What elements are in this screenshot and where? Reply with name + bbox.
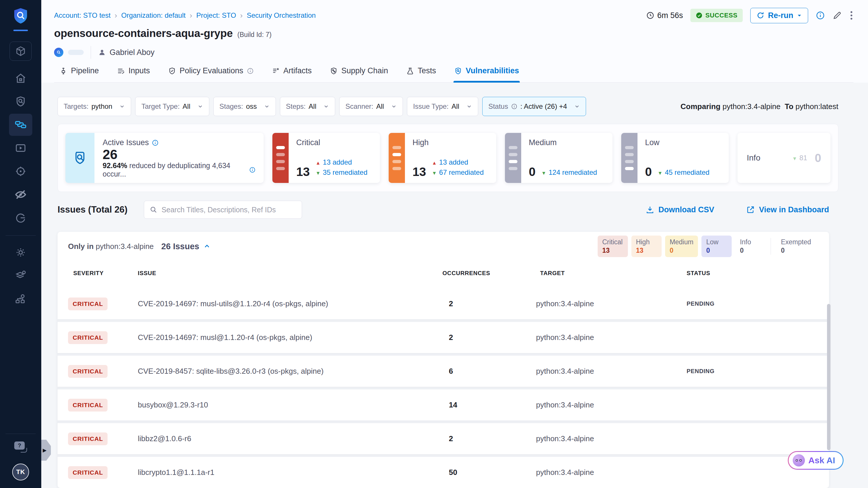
chevron-down-icon xyxy=(197,103,203,109)
table-row[interactable]: CRITICAL CVE-2019-14697: musl@1.1.20-r4 … xyxy=(58,322,829,353)
triangle-down-icon: ▼ xyxy=(792,156,797,161)
target: python:3.4-alpine xyxy=(536,333,681,342)
chip-critical[interactable]: Critical13 xyxy=(598,236,628,257)
build-tabs: Pipeline Inputs Policy Evaluations xyxy=(54,66,854,83)
issues-group-row: Only in python:3.4-alpine 26 Issues Crit… xyxy=(58,232,829,258)
tab-supply-chain[interactable]: Supply Chain xyxy=(329,66,389,82)
status: PENDING xyxy=(681,368,818,374)
ask-ai-button[interactable]: Ask AI xyxy=(788,451,844,470)
issues-search[interactable] xyxy=(144,201,302,219)
breadcrumb-separator: › xyxy=(189,11,192,20)
edit-pipeline-button[interactable] xyxy=(833,11,842,20)
breadcrumb-module[interactable]: Security Orchestration xyxy=(247,11,316,20)
table-row[interactable]: CRITICAL CVE-2019-14697: musl-utils@1.1.… xyxy=(58,288,829,319)
org-gear-icon xyxy=(14,293,27,305)
vulnerabilities-content: Targets:python Target Type:All Stages:os… xyxy=(41,83,868,488)
filter-target-type[interactable]: Target Type:All xyxy=(135,97,209,116)
filter-issue-type[interactable]: Issue Type:All xyxy=(407,97,478,116)
chip-exempted[interactable]: Exempted0 xyxy=(776,236,816,257)
nav-executions[interactable] xyxy=(9,137,32,159)
issue-title: libcrypto1.1@1.1.1a-r1 xyxy=(138,468,440,477)
table-row[interactable]: CRITICAL libcrypto1.1@1.1.1a-r1 50 pytho… xyxy=(58,457,829,488)
view-in-dashboard-button[interactable]: View in Dashboard xyxy=(746,205,829,214)
issues-table-body: CRITICAL CVE-2019-14697: musl-utils@1.1.… xyxy=(58,288,829,488)
build-info-button[interactable] xyxy=(816,11,825,20)
left-nav-sidebar: ? TK xyxy=(0,0,41,488)
triangle-down-icon: ▼ xyxy=(657,171,662,176)
shield-search-icon xyxy=(14,95,27,108)
nav-settings[interactable] xyxy=(9,241,32,264)
triangle-up-icon: ▲ xyxy=(432,160,437,166)
issue-title: busybox@1.29.3-r10 xyxy=(138,400,440,409)
refresh-icon xyxy=(756,11,765,20)
chip-low[interactable]: Low0 xyxy=(702,236,732,257)
ai-mascot-icon xyxy=(793,454,805,466)
filter-scanner[interactable]: Scanner:All xyxy=(339,97,403,116)
download-csv-button[interactable]: Download CSV xyxy=(646,205,714,214)
table-row[interactable]: CRITICAL libbz2@1.0.6-r6 2 python:3.4-al… xyxy=(58,423,829,454)
breadcrumb-account[interactable]: Account: STO test xyxy=(54,11,111,20)
chevron-down-icon xyxy=(323,103,329,109)
issues-table-header: SEVERITY ISSUE OCCURRENCES TARGET STATUS xyxy=(58,258,829,288)
chip-high[interactable]: High13 xyxy=(631,236,661,257)
table-row[interactable]: CRITICAL busybox@1.29.3-r10 14 python:3.… xyxy=(58,389,829,421)
triangle-down-icon: ▼ xyxy=(432,171,437,176)
breadcrumb-organization[interactable]: Organization: default xyxy=(121,11,185,20)
user-avatar[interactable]: TK xyxy=(12,464,29,481)
nav-default-settings[interactable] xyxy=(9,265,32,287)
clock-icon xyxy=(646,11,654,20)
build-id: (Build Id: 7) xyxy=(238,31,272,39)
filter-targets[interactable]: Targets:python xyxy=(58,97,131,116)
tab-inputs[interactable]: Inputs xyxy=(116,66,151,82)
breadcrumb-project[interactable]: Project: STO xyxy=(196,11,236,20)
tab-vulnerabilities[interactable]: Vulnerabilities xyxy=(454,66,520,82)
tab-policy-evaluations[interactable]: Policy Evaluations xyxy=(167,66,254,82)
pipeline-icon xyxy=(59,67,67,75)
nav-chaos-gauge[interactable] xyxy=(9,207,32,229)
vulnerabilities-shield-icon xyxy=(454,67,462,75)
nav-exemptions[interactable] xyxy=(9,184,32,206)
sto-shield-logo[interactable] xyxy=(13,7,28,26)
rerun-button[interactable]: Re-run xyxy=(750,8,808,23)
nav-org-settings[interactable] xyxy=(9,288,32,310)
severity-badge: CRITICAL xyxy=(68,331,107,344)
severity-bar-high xyxy=(389,133,405,183)
tab-tests[interactable]: Tests xyxy=(405,66,437,82)
download-icon xyxy=(646,205,654,214)
nav-targets[interactable] xyxy=(9,160,32,182)
chip-medium[interactable]: Medium0 xyxy=(665,236,698,257)
group-collapse-toggle[interactable]: 26 Issues xyxy=(161,242,211,251)
tab-pipeline[interactable]: Pipeline xyxy=(59,66,99,82)
cube-icon xyxy=(14,45,27,57)
critical-count: 13 xyxy=(296,166,310,178)
filter-stages[interactable]: Stages:oss xyxy=(213,97,276,116)
info-icon xyxy=(816,11,825,20)
low-card: Low 0 ▼45 remediated xyxy=(621,133,729,183)
filter-status[interactable]: Status : Active (26) +4 xyxy=(482,97,586,116)
module-selector[interactable] xyxy=(9,41,32,61)
chip-info[interactable]: Info0 xyxy=(735,236,765,257)
medium-count: 0 xyxy=(529,166,535,178)
nav-home[interactable] xyxy=(9,67,32,89)
occurrences: 2 xyxy=(440,299,536,308)
nav-pipelines[interactable] xyxy=(9,114,32,136)
tab-artifacts[interactable]: Artifacts xyxy=(271,66,312,82)
list-scrollbar-thumb[interactable] xyxy=(827,304,831,450)
nav-overview[interactable] xyxy=(9,90,32,113)
more-options-button[interactable] xyxy=(849,10,854,20)
severity-chips: Critical13 High13 Medium0 Low0 Info0 Exe… xyxy=(598,236,816,257)
search-input[interactable] xyxy=(162,206,297,214)
medium-title: Medium xyxy=(529,138,606,147)
table-row[interactable]: CRITICAL CVE-2019-8457: sqlite-libs@3.26… xyxy=(58,356,829,387)
help-chat-icon[interactable]: ? xyxy=(14,441,27,453)
chip-divider xyxy=(771,238,771,255)
filters-row: Targets:python Target Type:All Stages:os… xyxy=(58,97,838,116)
sto-mini-avatar xyxy=(54,48,63,57)
target: python:3.4-alpine xyxy=(536,468,681,477)
filter-steps[interactable]: Steps:All xyxy=(280,97,336,116)
critical-title: Critical xyxy=(296,138,373,147)
status: PENDING xyxy=(681,300,818,307)
dedup-note: 92.64% reduced by deduplicating 4,634 oc… xyxy=(103,161,255,178)
occurrences: 2 xyxy=(440,434,536,443)
severity-badge: CRITICAL xyxy=(68,432,107,445)
